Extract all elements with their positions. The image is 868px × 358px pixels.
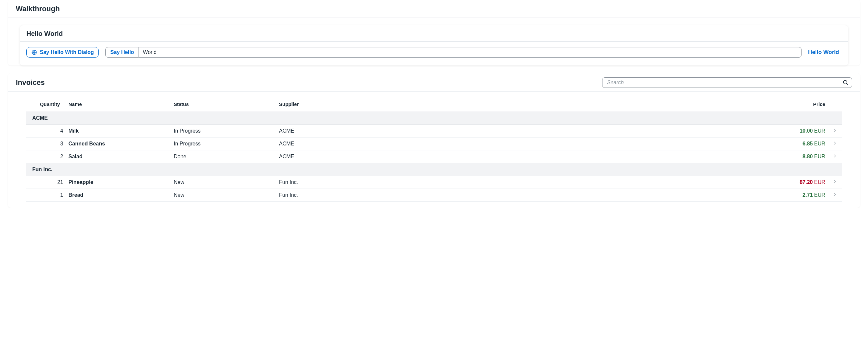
col-status[interactable]: Status bbox=[171, 98, 276, 112]
chevron-right-icon bbox=[833, 154, 837, 158]
cell-quantity: 2 bbox=[26, 150, 66, 163]
globe-icon bbox=[31, 49, 37, 55]
col-supplier[interactable]: Supplier bbox=[276, 98, 759, 112]
cell-quantity: 3 bbox=[26, 138, 66, 150]
cell-supplier: ACME bbox=[276, 150, 759, 163]
say-hello-dialog-button[interactable]: Say Hello With Dialog bbox=[26, 47, 99, 58]
cell-supplier: Fun Inc. bbox=[276, 189, 759, 202]
group-header[interactable]: ACME bbox=[26, 112, 842, 125]
group-label: ACME bbox=[26, 112, 842, 125]
table-row[interactable]: 21PineappleNewFun Inc.87.20EUR bbox=[26, 176, 842, 189]
invoices-panel: Invoices Quantity Name Status bbox=[8, 73, 860, 208]
cell-name: Salad bbox=[66, 150, 171, 163]
invoices-table: Quantity Name Status Supplier Price ACME… bbox=[26, 98, 842, 202]
cell-nav[interactable] bbox=[828, 138, 842, 150]
search-input[interactable] bbox=[602, 77, 852, 88]
cell-price: 10.00EUR bbox=[759, 125, 828, 138]
col-price[interactable]: Price bbox=[759, 98, 828, 112]
cell-quantity: 21 bbox=[26, 176, 66, 189]
hello-world-link[interactable]: Hello World bbox=[808, 49, 842, 56]
cell-price: 2.71EUR bbox=[759, 189, 828, 202]
search-icon bbox=[842, 79, 849, 86]
table-row[interactable]: 4MilkIn ProgressACME10.00EUR bbox=[26, 125, 842, 138]
col-name[interactable]: Name bbox=[66, 98, 171, 112]
svg-point-2 bbox=[843, 80, 847, 84]
cell-status: In Progress bbox=[171, 125, 276, 138]
cell-price: 8.80EUR bbox=[759, 150, 828, 163]
group-header[interactable]: Fun Inc. bbox=[26, 163, 842, 176]
cell-supplier: ACME bbox=[276, 138, 759, 150]
chevron-right-icon bbox=[833, 179, 837, 184]
say-hello-button[interactable]: Say Hello bbox=[105, 47, 139, 58]
cell-nav[interactable] bbox=[828, 189, 842, 202]
walkthrough-panel: Walkthrough Hello World Say Hello With D… bbox=[8, 0, 860, 65]
cell-supplier: ACME bbox=[276, 125, 759, 138]
table-row[interactable]: 1BreadNewFun Inc.2.71EUR bbox=[26, 189, 842, 202]
cell-supplier: Fun Inc. bbox=[276, 176, 759, 189]
table-row[interactable]: 3Canned BeansIn ProgressACME6.85EUR bbox=[26, 138, 842, 150]
cell-status: In Progress bbox=[171, 138, 276, 150]
say-hello-dialog-label: Say Hello With Dialog bbox=[40, 49, 94, 55]
invoices-title: Invoices bbox=[16, 78, 45, 87]
cell-nav[interactable] bbox=[828, 150, 842, 163]
chevron-right-icon bbox=[833, 192, 837, 197]
page-title: Walkthrough bbox=[8, 0, 860, 18]
cell-name: Pineapple bbox=[66, 176, 171, 189]
cell-name: Bread bbox=[66, 189, 171, 202]
group-label: Fun Inc. bbox=[26, 163, 842, 176]
table-row[interactable]: 2SaladDoneACME8.80EUR bbox=[26, 150, 842, 163]
cell-quantity: 4 bbox=[26, 125, 66, 138]
cell-status: New bbox=[171, 189, 276, 202]
cell-status: New bbox=[171, 176, 276, 189]
chevron-right-icon bbox=[833, 141, 837, 145]
cell-status: Done bbox=[171, 150, 276, 163]
cell-nav[interactable] bbox=[828, 176, 842, 189]
cell-price: 6.85EUR bbox=[759, 138, 828, 150]
hello-title: Hello World bbox=[20, 25, 848, 42]
cell-name: Canned Beans bbox=[66, 138, 171, 150]
hello-panel: Hello World Say Hello With Dialog Say He… bbox=[20, 25, 848, 65]
cell-price: 87.20EUR bbox=[759, 176, 828, 189]
cell-nav[interactable] bbox=[828, 125, 842, 138]
svg-line-3 bbox=[847, 84, 848, 85]
chevron-right-icon bbox=[833, 128, 837, 132]
cell-quantity: 1 bbox=[26, 189, 66, 202]
hello-input[interactable] bbox=[139, 47, 802, 58]
col-quantity[interactable]: Quantity bbox=[26, 98, 66, 112]
cell-name: Milk bbox=[66, 125, 171, 138]
